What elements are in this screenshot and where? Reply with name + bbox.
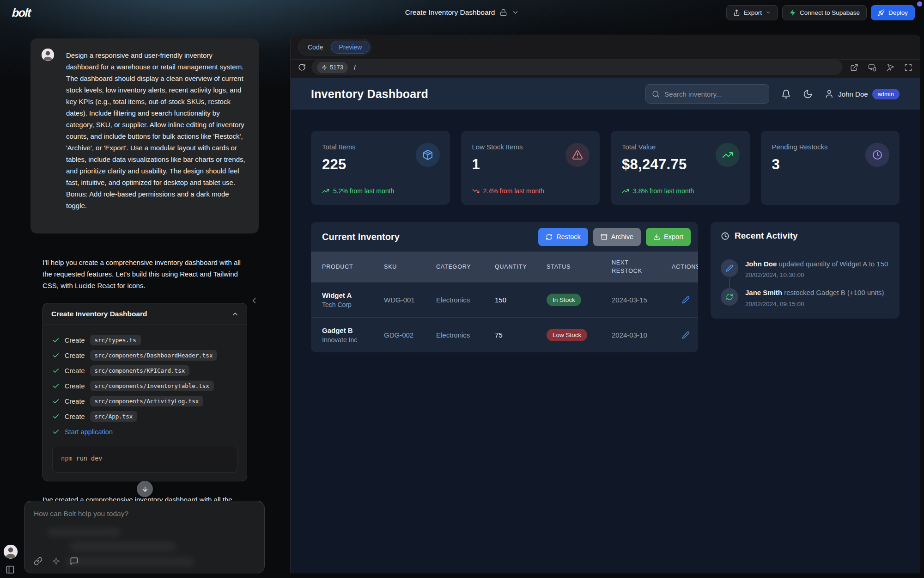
artifact-collapse-button[interactable]	[223, 303, 247, 325]
inventory-title: Current Inventory	[322, 232, 400, 242]
preview-urlbar: 5173 /	[291, 60, 920, 78]
connect-supabase-label: Connect to Supabase	[800, 9, 860, 16]
fullscreen-icon[interactable]	[904, 63, 912, 72]
archive-button[interactable]: Archive	[593, 228, 641, 246]
col-actions: ACTIONS	[672, 264, 698, 270]
edit-pencil-icon[interactable]	[682, 331, 690, 339]
col-next-restock: NEXT RESTOCK	[612, 258, 645, 275]
export-button[interactable]: Export	[726, 5, 778, 20]
topbar: bolt Create Inventory Dashboard Export C…	[0, 0, 924, 25]
product-quantity: 150	[495, 296, 547, 304]
bolt-workspace: bolt Create Inventory Dashboard Export C…	[0, 0, 924, 578]
table-row[interactable]: Widget A Tech Corp WDG-001 Electronics 1…	[311, 282, 698, 317]
user-menu[interactable]: John Doe admin	[825, 89, 900, 99]
project-title: Create Inventory Dashboard	[405, 8, 495, 17]
search-icon	[652, 90, 660, 98]
devices-icon[interactable]	[868, 63, 876, 72]
search-input[interactable]	[664, 90, 763, 98]
export-inventory-button[interactable]: Export	[646, 228, 691, 246]
action-file[interactable]: src/components/KPICard.tsx	[90, 365, 190, 376]
preview-toolbar	[848, 63, 912, 72]
chevron-down-icon[interactable]	[511, 9, 519, 16]
trending-down-icon	[472, 187, 480, 195]
activity-title: Recent Activity	[735, 231, 798, 241]
project-title-group[interactable]: Create Inventory Dashboard	[405, 8, 519, 17]
table-row[interactable]: Gadget B Innovate Inc GDG-002 Electronic…	[311, 317, 698, 352]
activity-timestamp: 20/02/2024, 10:30:00	[745, 271, 888, 278]
kpi-trend: 2.4% from last month	[472, 187, 544, 195]
artifact-action: Create src/components/ActivityLog.tsx	[52, 394, 237, 409]
reload-button[interactable]	[298, 63, 306, 71]
bell-icon	[781, 89, 791, 99]
check-icon	[52, 352, 60, 359]
lock-icon	[499, 9, 507, 16]
assistant-intro-text: I'll help you create a comprehensive inv…	[43, 257, 251, 291]
deploy-button[interactable]: Deploy	[871, 5, 915, 20]
collapse-chat-button[interactable]	[249, 296, 259, 307]
profile-avatar[interactable]	[4, 545, 18, 559]
action-verb: Create	[65, 337, 85, 344]
activity-action: restocked Gadget B (+100 units)	[784, 289, 884, 296]
check-icon	[52, 428, 60, 436]
sparkles-icon[interactable]	[52, 557, 61, 566]
chevron-left-icon	[249, 296, 259, 305]
activity-actor: John Doe	[745, 260, 777, 268]
download-icon	[653, 234, 660, 240]
product-category: Electronics	[436, 331, 495, 339]
action-file[interactable]: src/components/InventoryTable.tsx	[90, 381, 214, 391]
arrow-down-icon	[141, 486, 149, 493]
link-icon[interactable]	[34, 557, 43, 566]
chevron-up-icon	[231, 310, 239, 318]
plug-zap-icon	[322, 65, 327, 70]
chat-input-box[interactable]	[24, 501, 265, 573]
chat-bubble-icon[interactable]	[70, 557, 79, 566]
activity-connector	[729, 278, 730, 295]
start-application-link[interactable]: Start application	[65, 428, 113, 436]
moon-icon	[803, 89, 813, 99]
blurred-text	[65, 558, 195, 566]
action-file[interactable]: src/App.tsx	[90, 411, 138, 422]
notifications-button[interactable]	[781, 89, 791, 99]
tab-preview[interactable]: Preview	[331, 41, 370, 54]
inventory-app: Inventory Dashboard John Doe	[291, 78, 920, 573]
next-restock-date: 2024-03-10	[612, 331, 672, 339]
action-file[interactable]: src/types.ts	[90, 335, 141, 345]
inventory-search[interactable]	[645, 84, 769, 104]
kpi-pending-restocks: Pending Restocks 3	[761, 131, 900, 205]
connect-supabase-button[interactable]: Connect to Supabase	[782, 5, 867, 20]
action-verb: Create	[65, 413, 85, 420]
artifact-title: Create Inventory Dashboard	[43, 303, 223, 325]
activity-actor: Jane Smith	[745, 289, 782, 296]
artifact-action: Create src/types.ts	[52, 332, 237, 348]
topbar-actions: Export Connect to Supabase Deploy	[726, 5, 915, 20]
editor-tabs-row: Code Preview	[291, 35, 920, 60]
restock-button[interactable]: Restock	[538, 228, 588, 246]
product-quantity: 75	[495, 331, 547, 339]
trending-up-icon	[622, 187, 629, 195]
edit-activity-icon	[721, 259, 738, 277]
kpi-low-stock: Low Stock Items 1 2.4% from last month	[461, 131, 600, 205]
status-badge: In Stock	[547, 294, 581, 306]
activity-header: Recent Activity	[711, 222, 900, 250]
action-verb: Create	[65, 398, 85, 405]
bolt-logo[interactable]: bolt	[12, 6, 31, 19]
edit-pencil-icon[interactable]	[682, 296, 690, 304]
open-external-icon[interactable]	[850, 63, 858, 72]
action-file[interactable]: src/components/DashboardHeader.tsx	[90, 350, 218, 361]
inspector-cursor-icon[interactable]	[886, 63, 894, 72]
user-icon	[825, 89, 834, 98]
url-input[interactable]: 5173 /	[311, 60, 843, 75]
sidebar-toggle-button[interactable]	[6, 565, 15, 576]
list-item: Jane Smith restocked Gadget B (+100 unit…	[721, 288, 889, 307]
archive-icon	[601, 234, 608, 240]
artifact-action: Create src/components/KPICard.tsx	[52, 363, 237, 378]
kpi-total-value: Total Value $8,247.75 3.8% from last mon…	[611, 131, 750, 205]
package-icon	[422, 149, 433, 160]
terminal-command: npm run dev	[52, 446, 237, 473]
action-file[interactable]: src/components/ActivityLog.tsx	[90, 396, 204, 406]
product-sku: GDG-002	[384, 331, 436, 339]
role-badge: admin	[872, 89, 900, 99]
port-chip[interactable]: 5173	[317, 62, 348, 73]
dark-mode-toggle[interactable]	[803, 89, 813, 99]
tab-code[interactable]: Code	[300, 41, 331, 54]
